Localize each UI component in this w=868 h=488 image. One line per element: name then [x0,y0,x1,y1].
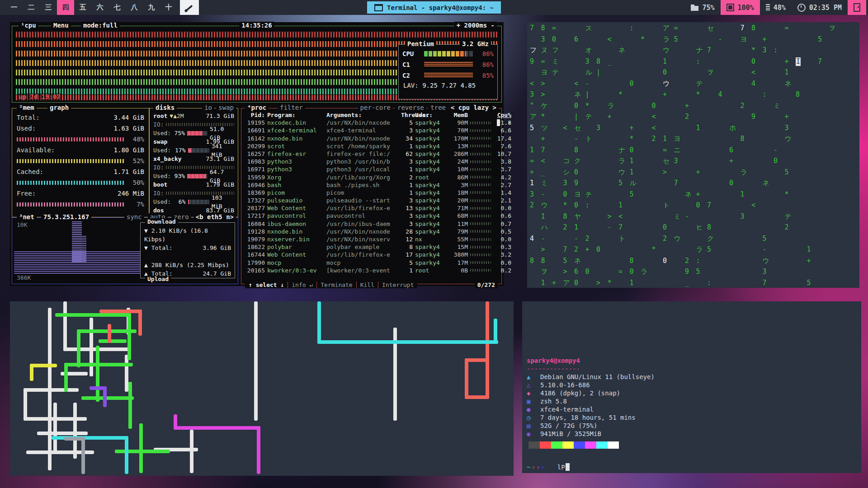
fetch-info-row: ◆4186 (dpkg), 2 (snap) [527,389,655,397]
paintbrush-launcher[interactable] [180,0,199,15]
ram-usage-label: 48% [774,4,786,12]
proc-box: ⁴proc filter per-core reverse tree < cpu… [241,108,502,284]
taskbar-window-title[interactable]: Terminal - sparky4@xompy4: ~ [367,1,501,14]
net-sync-toggle[interactable]: sync [124,213,144,221]
mem-meter: 7% [17,199,144,210]
pipe-segment [108,324,111,343]
proc-row[interactable]: 15959Xorg/usr/lib/xorg/Xorg2root86M4.2 [241,174,501,181]
pipe-segment [55,313,131,317]
proc-select-control[interactable]: ↑ select ↓ [245,282,288,288]
mode-toggle[interactable]: mode:full [81,22,120,29]
proc-row[interactable]: 18622polybarpolybar example8sparky415M0.… [241,243,501,251]
proc-scrollbar[interactable] [497,119,500,126]
pipe-segment [115,450,170,453]
pipe-segment [494,319,497,344]
download-title: Download [145,218,178,225]
tray-cpu-module[interactable]: 100% [721,0,760,15]
mem-tab[interactable]: ²mem [17,104,37,111]
exit-door-icon [854,3,860,12]
pipe-segment [52,436,128,440]
window-icon [374,4,383,11]
proc-row[interactable]: 16691xfce4-terminalxfce4-terminal3sparky… [241,127,501,134]
proc-row[interactable]: 19079nxserver.bin/usr/NX/bin/nxserv12nx5… [241,235,501,243]
proc-tree-toggle[interactable]: tree [428,104,448,111]
window-title-text: Terminal - sparky4@xompy4: ~ [387,4,494,11]
proc-percore-toggle[interactable]: per-core [358,104,393,111]
proc-row[interactable]: 17990mocpmocp5sparky417M0.0 [241,259,501,267]
download-total-label: ▼ Total: [144,244,173,252]
workspace-button[interactable]: 九 [143,0,160,15]
proc-row[interactable]: 17217pavucontrolpavucontrol3sparky468M0.… [241,212,501,220]
proc-row[interactable]: 16257firefox-esrfirefox-esr file:/62spar… [241,150,501,158]
tray-disk-module[interactable]: 75% [685,0,720,15]
tray-clock-module[interactable]: 02:35 PM [792,0,848,15]
prompt-chevron-icon: › [536,464,540,471]
proc-row[interactable]: 20299scrotscrot /home/sparky1sparky413M7… [241,142,501,150]
proc-row[interactable]: 19128nxnode.bin/usr/NX/bin/nxnode28spark… [241,228,501,235]
workspace-button[interactable]: 二 [23,0,40,15]
proc-row[interactable]: 20177Web Content/usr/lib/firefox-e13spar… [241,204,501,212]
proc-row[interactable]: 16142nxnode.bin/usr/NX/bin/nxnode34spark… [241,135,501,142]
pipe-segment [81,437,85,474]
proc-row[interactable]: 16983python3python3 /usr/bin/b3sparky424… [241,158,501,165]
proc-terminate-button[interactable]: Terminate [316,282,356,288]
fetch-rows: ▲Debian GNU/Linux 11 (bullseye)△5.10.0-1… [527,373,655,438]
disk-rows: root▼▲2M71.3 GiBIO:Used:75%51.0 GiBswap1… [150,108,238,215]
net-tab[interactable]: ³net [17,213,37,221]
kernel-icon: △ [527,381,540,389]
pipe-segment [465,358,468,399]
palette-swatch [540,441,551,449]
proc-interrupt-button[interactable]: Interrupt [378,282,417,288]
disks-io-toggle[interactable]: io [202,104,214,111]
proc-row[interactable]: 17327pulseaudiopulseaudio --start3sparky… [241,197,501,204]
pipe-segment [465,358,489,362]
workspace-button[interactable]: 四 [57,0,74,15]
menu-button[interactable]: Menu [51,22,71,29]
mem-graph-toggle[interactable]: graph [47,104,71,111]
shell-prompt[interactable]: ~ ››› lP [527,463,570,471]
proc-reverse-toggle[interactable]: reverse [395,104,426,111]
workspace-button[interactable]: 六 [91,0,108,15]
disks-swap-toggle[interactable]: swap [216,104,236,111]
proc-info-button[interactable]: info ↵ [288,282,316,288]
matrix-cursor: I [796,57,801,66]
tray-ram-module[interactable]: 48% [760,0,792,15]
bpytop-clock: 14:35:26 [239,22,274,29]
core2-meter-bar [424,73,473,78]
neofetch-terminal[interactable]: sparky4@xompy4 -------------- ▲Debian GN… [522,301,861,473]
pipe-segment [174,426,260,430]
disk-adjust-control[interactable]: ▼▲2M [170,112,184,120]
mem-stat-row: Free:246 MiB [17,188,144,199]
workspace-button[interactable]: 七 [108,0,126,15]
upload-speed: ▲ 288 KiB/s (2.25 Mibps) [144,261,231,269]
fetch-info-row: ▣zsh 5.8 [527,397,655,405]
proc-sort-selector[interactable]: < cpu lazy > [448,104,499,111]
pipe-segment [317,301,321,344]
proc-row[interactable]: 16744Web Content/usr/lib/firefox-e17spar… [241,251,501,258]
tray-power-module[interactable] [848,0,866,15]
proc-kill-button[interactable]: Kill [356,282,378,288]
proc-filter-button[interactable]: filter [278,104,305,111]
workspace-button[interactable]: 五 [74,0,91,15]
mem-stat-row: Used:1.63 GiB [17,123,144,134]
net-interface-switcher[interactable]: <b eth5 n> [193,213,236,221]
proc-row[interactable]: 16946bashbash ./pipes.sh1sparky43M2.7 [241,181,501,189]
pipe-segment [174,414,177,430]
proc-row[interactable]: 16971python3python3 /usr/local1sparky410… [241,165,501,173]
interval-control[interactable]: + 2000ms - [454,22,497,29]
cpu-tab[interactable]: ¹cpu [19,22,38,29]
proc-row[interactable]: 16084ibus-daemon/usr/bin/ibus-daem3spark… [241,220,501,228]
workspace-button[interactable]: 十 [160,0,177,15]
workspace-button[interactable]: 一 [5,0,23,15]
proc-row[interactable]: 19195nxcodec.bin/usr/NX/bin/nxcode5spark… [241,119,501,127]
proc-row[interactable]: 20165kworker/0:3-ev[kworker/0:3-event1ro… [241,267,501,274]
net-box: ³net 75.3.251.167 sync auto zero <b eth5… [12,217,238,284]
proc-row[interactable]: 18369picompicom1sparky418M1.4 [241,189,501,197]
pipes-terminal[interactable] [10,301,514,476]
workspace-button[interactable]: 八 [126,0,143,15]
bpytop-terminal[interactable]: ¹cpu Menu mode:full 14:35:26 + 2000ms - … [10,22,504,286]
cmatrix-terminal[interactable]: 78= ス : ア= セ 78 = ヲ 30 6 < * ラ5 - ヨ + 5 … [527,22,859,288]
proc-tab[interactable]: ⁴proc [245,104,269,111]
workspace-button[interactable]: 三 [40,0,57,15]
mem-rows: Total:3.44 GiBUsed:1.63 GiB48%Available:… [12,108,149,210]
